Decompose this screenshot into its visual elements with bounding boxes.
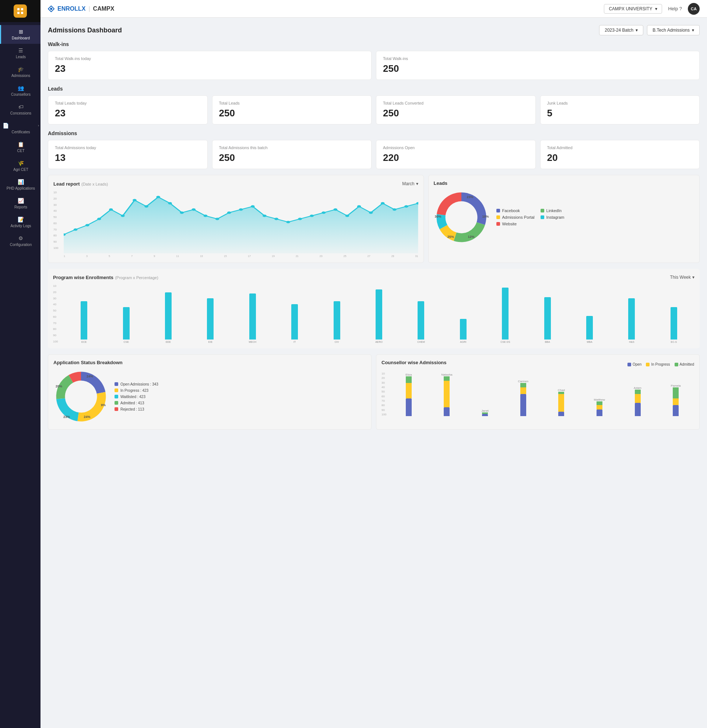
reports-icon: 📈: [18, 198, 24, 204]
lead-card-0: Total Leads today 23: [48, 95, 208, 124]
chevron-right-icon: ›: [38, 124, 39, 127]
sidebar-item-config[interactable]: ⚙ Configuration: [0, 232, 40, 250]
svg-point-28: [321, 211, 325, 214]
svg-point-27: [310, 215, 314, 217]
program-bar-group: AGRI: [442, 319, 484, 343]
sidebar-item-cet[interactable]: 📋 CET: [0, 138, 40, 156]
sidebar-item-reports[interactable]: 📈 Reports: [0, 194, 40, 213]
sidebar-item-leads[interactable]: ☰ Leads: [0, 44, 40, 63]
avatar[interactable]: CA: [688, 3, 700, 15]
svg-point-22: [251, 205, 255, 207]
svg-point-30: [346, 215, 350, 217]
counsellor-bar-group: Adam: [619, 385, 656, 416]
leads-donut-legend: Facebook LinkedIn Admissions Portal Inst…: [496, 208, 579, 226]
program-chart-header: Program wise Enrollments (Program x Perc…: [53, 274, 694, 280]
admissions-section-title: Admissions: [48, 130, 700, 136]
agri-icon: 🌾: [18, 160, 24, 166]
brand: ENROLLX | CAMPX: [48, 6, 114, 12]
app-status-donut-wrap: 24%9%24%23%20% Open Admissions : 343 In …: [53, 369, 366, 424]
svg-point-24: [274, 218, 278, 220]
counsellor-bar-group: Matthew: [581, 397, 618, 416]
svg-point-11: [121, 215, 125, 217]
sidebar-item-label: Admissions: [12, 74, 30, 78]
lead-card-2: Total Leads Converted 250: [376, 95, 536, 124]
counsellor-bars: Eliza Natasha Janet Carmen Chad Matthew …: [390, 372, 694, 416]
leads-stats-row: Total Leads today 23 Total Leads 250 Tot…: [48, 95, 700, 124]
lead-card-1: Total Leads 250: [212, 95, 372, 124]
program-bar-group: EIE: [189, 298, 231, 343]
svg-point-8: [85, 224, 90, 226]
svg-point-35: [404, 205, 408, 207]
counsellor-legend: Open In Progress Admitted: [627, 363, 694, 366]
sidebar-item-phd[interactable]: 📊 PHD Applications: [0, 175, 40, 194]
counsellor-bar-group: Eliza: [390, 371, 427, 416]
admission-card-3: Total Admitted 20: [540, 140, 700, 169]
sidebar-item-concessions[interactable]: 🏷 Concessions: [0, 100, 40, 119]
enrollx-icon: [48, 6, 55, 12]
admissions-stats-row: Total Admissions today 13 Total Admissio…: [48, 140, 700, 169]
lead-report-title: Lead report (Date x Leads): [53, 181, 108, 187]
app-status-title: Application Status Breakdown: [53, 360, 366, 365]
sidebar-item-counsellors[interactable]: 👥 Counsellors: [0, 81, 40, 100]
svg-point-33: [381, 202, 385, 204]
walkins-today-value: 23: [55, 63, 364, 74]
sidebar-item-label: Counsellors: [11, 92, 30, 97]
svg-point-34: [393, 208, 396, 211]
batch-label: 2023-24 Batch: [604, 27, 633, 33]
svg-point-32: [369, 211, 373, 214]
program-enrollments-card: Program wise Enrollments (Program x Perc…: [48, 269, 700, 348]
walkins-section-title: Walk-ins: [48, 41, 700, 47]
app-status-legend: Open Admissions : 343 In Progress : 423 …: [114, 382, 158, 411]
walkins-today-card: Total Walk-ins today 23: [48, 51, 372, 80]
sidebar-logo: [0, 0, 40, 22]
app-status-breakdown-card: Application Status Breakdown 24%9%24%23%…: [48, 354, 372, 430]
program-bar-group: ECE: [63, 301, 104, 343]
svg-rect-2: [17, 12, 20, 14]
program-bar-group: H&S: [611, 298, 652, 343]
svg-rect-0: [17, 8, 20, 10]
program-chart-y-axis: 100908070605040302010: [53, 284, 62, 343]
sidebar-item-dashboard[interactable]: ⊞ Dashboard: [0, 25, 40, 44]
leads-section-title: Leads: [48, 86, 700, 92]
sidebar-item-label: Dashboard: [12, 36, 30, 40]
batch-selector[interactable]: 2023-24 Batch ▾: [599, 25, 643, 35]
program-bars: ECE CSE EEE EIE MECH IT CIV AERO CHEM AG…: [63, 284, 694, 343]
content-area: Admissions Dashboard 2023-24 Batch ▾ B.T…: [40, 18, 707, 728]
sidebar-nav: ⊞ Dashboard ☰ Leads 🎓 Admissions 👥 Couns…: [0, 22, 40, 253]
sidebar-item-label: Leads: [16, 55, 26, 59]
month-selector[interactable]: March ▾: [402, 181, 418, 186]
svg-point-15: [168, 202, 172, 204]
app-status-donut-svg: [53, 369, 108, 424]
lead-report-header: Lead report (Date x Leads) March ▾: [53, 181, 418, 187]
sidebar-item-certificates[interactable]: 📄 › Certificates: [0, 119, 40, 138]
page-header-controls: 2023-24 Batch ▾ B.Tech Admissions ▾: [599, 25, 700, 35]
svg-point-12: [133, 199, 137, 201]
chevron-down-icon: ▾: [655, 6, 657, 12]
sidebar-item-admissions[interactable]: 🎓 Admissions: [0, 63, 40, 81]
sidebar-item-activity[interactable]: 📝 Activity Logs: [0, 213, 40, 232]
sidebar-item-label: Activity Logs: [10, 224, 31, 228]
counsellor-y-axis: 100908070605040302010: [382, 372, 389, 416]
program-bar-group: CSE: [105, 307, 146, 343]
week-selector[interactable]: This Week ▾: [670, 275, 694, 280]
admissions-icon: 🎓: [18, 66, 24, 72]
counsellor-title: Counsellor wise Admissions: [382, 360, 447, 365]
program-bar-group: AERO: [358, 289, 399, 343]
activity-icon: 📝: [18, 217, 24, 222]
leads-source-chart: Leads 23%10%12%25%30% Facebook LinkedIn …: [428, 175, 700, 263]
donut-wrap: 23%10%12%25%30% Facebook LinkedIn Admiss…: [434, 190, 694, 245]
sidebar-item-agri-cet[interactable]: 🌾 Agri CET: [0, 156, 40, 175]
svg-point-14: [156, 196, 160, 198]
brand-campx: CAMPX: [93, 6, 114, 12]
walkins-total-value: 250: [383, 63, 693, 74]
leads-icon: ☰: [19, 48, 23, 53]
university-selector[interactable]: CAMPX UNIVERSITY ▾: [604, 4, 662, 14]
svg-point-16: [180, 211, 184, 214]
svg-point-31: [357, 205, 361, 207]
counsellor-header: Counsellor wise Admissions Open In Progr…: [382, 360, 694, 369]
svg-rect-3: [21, 12, 23, 14]
sidebar-item-label: PHD Applications: [7, 186, 35, 191]
admission-type-selector[interactable]: B.Tech Admissions ▾: [647, 25, 700, 35]
help-button[interactable]: Help ?: [668, 6, 682, 12]
lead-report-chart: Lead report (Date x Leads) March ▾ 10090…: [48, 175, 424, 263]
